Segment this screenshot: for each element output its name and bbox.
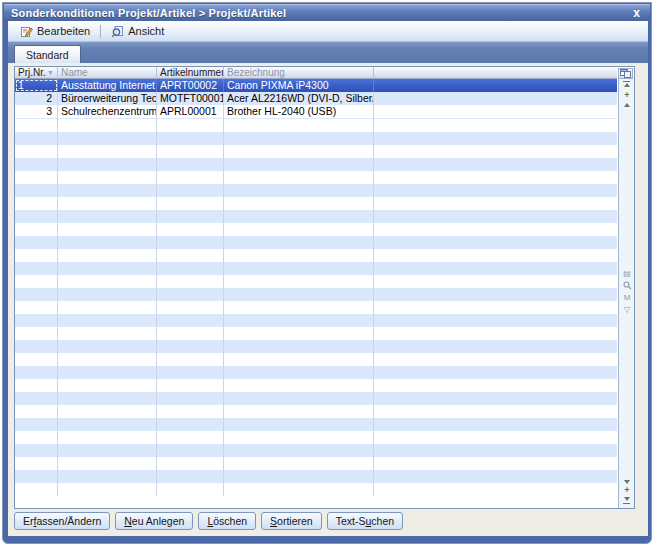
close-button[interactable]: x — [630, 7, 643, 19]
tab-standard[interactable]: Standard — [14, 45, 81, 63]
column-header-bezeichnung[interactable]: Bezeichnung — [224, 67, 374, 79]
text-suchen-button[interactable]: Text-Suchen — [327, 512, 403, 530]
window-title: Sonderkonditionen Projekt/Artikel > Proj… — [11, 7, 630, 19]
column-chooser-icon — [620, 69, 631, 78]
bearbeiten-label: Bearbeiten — [37, 25, 90, 37]
find-next-icon[interactable]: M — [619, 293, 635, 303]
table-row[interactable]: 1 Ausstattung Internet APRT00002 Canon P… — [15, 79, 617, 92]
cell-prjnr[interactable]: 2 — [15, 92, 58, 105]
table-row[interactable]: 2 Büroerweiterung Tech MOTFT00001 Acer A… — [15, 92, 617, 105]
table-row[interactable]: 3 Schulrechenzentrum APRL00001 Brother H… — [15, 105, 617, 118]
list-view-icon[interactable]: ▤ — [619, 269, 635, 279]
ansicht-label: Ansicht — [128, 25, 164, 37]
scroll-first-icon[interactable] — [624, 83, 630, 87]
cell-name[interactable]: Büroerweiterung Tech — [58, 92, 157, 105]
neu-anlegen-button[interactable]: Neu Anlegen — [115, 512, 193, 530]
column-divider — [156, 119, 157, 496]
cell-empty[interactable] — [374, 79, 617, 92]
main-area: Prj.Nr. ▼ Name Artikelnummer Bezeichnung — [8, 63, 648, 536]
loeschen-button[interactable]: Löschen — [198, 512, 256, 530]
tab-standard-label: Standard — [26, 49, 69, 61]
cell-name[interactable]: Ausstattung Internet — [58, 79, 157, 92]
scroll-strip: + ▤ M ▽ + — [618, 79, 634, 508]
search-icon[interactable] — [619, 281, 635, 290]
scroll-last-icon[interactable] — [624, 497, 630, 501]
column-header-name[interactable]: Name — [58, 67, 157, 79]
title-bar: Sonderkonditionen Projekt/Artikel > Proj… — [4, 4, 650, 21]
cell-artikelnummer[interactable]: APRL00001 — [157, 105, 224, 118]
column-divider — [223, 119, 224, 496]
cell-artikelnummer[interactable]: MOTFT00001 — [157, 92, 224, 105]
erfassen-aendern-button[interactable]: Erfassen/Ändern — [14, 512, 110, 530]
scroll-plus-bottom-icon[interactable]: + — [619, 486, 635, 495]
column-divider — [373, 119, 374, 496]
bearbeiten-button[interactable]: Bearbeiten — [14, 23, 96, 40]
column-header-prjnr[interactable]: Prj.Nr. ▼ — [15, 67, 58, 79]
cell-prjnr[interactable]: 1 — [15, 79, 58, 92]
sort-descending-icon: ▼ — [47, 68, 54, 78]
scroll-last-icon[interactable] — [623, 503, 630, 504]
column-header-artikelnummer[interactable]: Artikelnummer — [157, 67, 224, 79]
edit-pencil-icon — [20, 25, 33, 38]
cell-bezeichnung[interactable]: Acer AL2216WD (DVI-D, Silber/S — [224, 92, 374, 105]
projects-table: Prj.Nr. ▼ Name Artikelnummer Bezeichnung — [14, 66, 635, 509]
cell-empty[interactable] — [374, 105, 617, 118]
column-header-empty — [374, 67, 617, 79]
cell-artikelnummer[interactable]: APRT00002 — [157, 79, 224, 92]
column-divider — [57, 119, 58, 496]
sortieren-button[interactable]: Sortieren — [261, 512, 322, 530]
scroll-down-icon[interactable] — [624, 480, 630, 484]
cell-name[interactable]: Schulrechenzentrum — [58, 105, 157, 118]
window-body: Bearbeiten Ansicht Standard — [8, 21, 648, 536]
empty-rows-area — [15, 119, 617, 496]
toolbar: Bearbeiten Ansicht — [8, 21, 648, 42]
ansicht-button[interactable]: Ansicht — [105, 23, 170, 40]
tab-strip: Standard — [8, 42, 648, 63]
filter-icon[interactable]: ▽ — [619, 305, 635, 315]
table-grid: Prj.Nr. ▼ Name Artikelnummer Bezeichnung — [15, 67, 617, 508]
action-button-row: Erfassen/Ändern Neu Anlegen Löschen Sort… — [14, 512, 403, 530]
cell-empty[interactable] — [374, 92, 617, 105]
table-header: Prj.Nr. ▼ Name Artikelnummer Bezeichnung — [15, 67, 617, 79]
toolbar-separator — [100, 25, 101, 38]
app-window: Sonderkonditionen Projekt/Artikel > Proj… — [2, 2, 652, 544]
cell-prjnr[interactable]: 3 — [15, 105, 58, 118]
scroll-up-icon[interactable] — [624, 103, 630, 107]
column-chooser-button[interactable] — [618, 68, 633, 79]
cell-bezeichnung[interactable]: Canon PIXMA iP4300 — [224, 79, 374, 92]
scroll-plus-top-icon[interactable]: + — [619, 91, 635, 100]
cell-bezeichnung[interactable]: Brother HL-2040 (USB) — [224, 105, 374, 118]
magnifier-icon — [111, 25, 124, 38]
scroll-first-icon[interactable] — [623, 81, 630, 82]
